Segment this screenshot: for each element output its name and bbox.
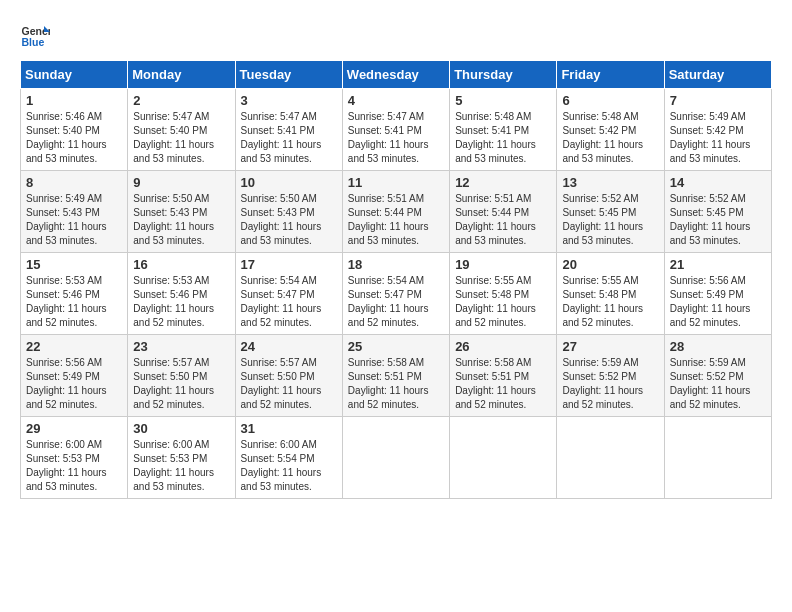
day-cell: 26 Sunrise: 5:58 AMSunset: 5:51 PMDaylig… [450,335,557,417]
day-cell: 8 Sunrise: 5:49 AMSunset: 5:43 PMDayligh… [21,171,128,253]
day-cell: 12 Sunrise: 5:51 AMSunset: 5:44 PMDaylig… [450,171,557,253]
day-cell: 15 Sunrise: 5:53 AMSunset: 5:46 PMDaylig… [21,253,128,335]
day-info: Sunrise: 5:53 AMSunset: 5:46 PMDaylight:… [26,275,107,328]
day-number: 27 [562,339,658,354]
day-number: 7 [670,93,766,108]
day-number: 19 [455,257,551,272]
day-cell: 29 Sunrise: 6:00 AMSunset: 5:53 PMDaylig… [21,417,128,499]
day-number: 9 [133,175,229,190]
day-number: 3 [241,93,337,108]
day-number: 22 [26,339,122,354]
week-row-4: 22 Sunrise: 5:56 AMSunset: 5:49 PMDaylig… [21,335,772,417]
day-info: Sunrise: 5:51 AMSunset: 5:44 PMDaylight:… [348,193,429,246]
day-info: Sunrise: 5:47 AMSunset: 5:40 PMDaylight:… [133,111,214,164]
day-info: Sunrise: 5:47 AMSunset: 5:41 PMDaylight:… [241,111,322,164]
day-number: 31 [241,421,337,436]
day-number: 14 [670,175,766,190]
calendar: SundayMondayTuesdayWednesdayThursdayFrid… [20,60,772,499]
day-cell: 30 Sunrise: 6:00 AMSunset: 5:53 PMDaylig… [128,417,235,499]
week-row-3: 15 Sunrise: 5:53 AMSunset: 5:46 PMDaylig… [21,253,772,335]
header-tuesday: Tuesday [235,61,342,89]
day-number: 20 [562,257,658,272]
day-info: Sunrise: 5:52 AMSunset: 5:45 PMDaylight:… [670,193,751,246]
day-info: Sunrise: 5:56 AMSunset: 5:49 PMDaylight:… [26,357,107,410]
week-row-1: 1 Sunrise: 5:46 AMSunset: 5:40 PMDayligh… [21,89,772,171]
day-cell: 19 Sunrise: 5:55 AMSunset: 5:48 PMDaylig… [450,253,557,335]
day-cell: 24 Sunrise: 5:57 AMSunset: 5:50 PMDaylig… [235,335,342,417]
header-friday: Friday [557,61,664,89]
day-number: 24 [241,339,337,354]
day-info: Sunrise: 5:57 AMSunset: 5:50 PMDaylight:… [133,357,214,410]
day-cell [557,417,664,499]
day-number: 30 [133,421,229,436]
day-cell: 18 Sunrise: 5:54 AMSunset: 5:47 PMDaylig… [342,253,449,335]
week-row-2: 8 Sunrise: 5:49 AMSunset: 5:43 PMDayligh… [21,171,772,253]
day-number: 17 [241,257,337,272]
day-number: 5 [455,93,551,108]
day-cell: 13 Sunrise: 5:52 AMSunset: 5:45 PMDaylig… [557,171,664,253]
day-cell: 31 Sunrise: 6:00 AMSunset: 5:54 PMDaylig… [235,417,342,499]
day-number: 1 [26,93,122,108]
day-number: 25 [348,339,444,354]
day-number: 28 [670,339,766,354]
day-info: Sunrise: 5:59 AMSunset: 5:52 PMDaylight:… [670,357,751,410]
day-info: Sunrise: 6:00 AMSunset: 5:53 PMDaylight:… [133,439,214,492]
day-cell: 25 Sunrise: 5:58 AMSunset: 5:51 PMDaylig… [342,335,449,417]
day-number: 23 [133,339,229,354]
day-cell: 6 Sunrise: 5:48 AMSunset: 5:42 PMDayligh… [557,89,664,171]
logo: General Blue [20,20,54,50]
day-info: Sunrise: 5:48 AMSunset: 5:42 PMDaylight:… [562,111,643,164]
day-number: 10 [241,175,337,190]
day-info: Sunrise: 5:59 AMSunset: 5:52 PMDaylight:… [562,357,643,410]
day-number: 11 [348,175,444,190]
day-cell: 27 Sunrise: 5:59 AMSunset: 5:52 PMDaylig… [557,335,664,417]
day-cell: 21 Sunrise: 5:56 AMSunset: 5:49 PMDaylig… [664,253,771,335]
day-info: Sunrise: 5:50 AMSunset: 5:43 PMDaylight:… [133,193,214,246]
day-info: Sunrise: 5:49 AMSunset: 5:42 PMDaylight:… [670,111,751,164]
day-info: Sunrise: 5:50 AMSunset: 5:43 PMDaylight:… [241,193,322,246]
header-monday: Monday [128,61,235,89]
day-number: 16 [133,257,229,272]
day-info: Sunrise: 5:53 AMSunset: 5:46 PMDaylight:… [133,275,214,328]
svg-text:Blue: Blue [22,36,45,48]
day-cell: 16 Sunrise: 5:53 AMSunset: 5:46 PMDaylig… [128,253,235,335]
day-info: Sunrise: 5:47 AMSunset: 5:41 PMDaylight:… [348,111,429,164]
day-info: Sunrise: 5:48 AMSunset: 5:41 PMDaylight:… [455,111,536,164]
week-row-5: 29 Sunrise: 6:00 AMSunset: 5:53 PMDaylig… [21,417,772,499]
day-cell: 11 Sunrise: 5:51 AMSunset: 5:44 PMDaylig… [342,171,449,253]
calendar-header-row: SundayMondayTuesdayWednesdayThursdayFrid… [21,61,772,89]
day-info: Sunrise: 5:58 AMSunset: 5:51 PMDaylight:… [455,357,536,410]
day-number: 26 [455,339,551,354]
day-info: Sunrise: 5:57 AMSunset: 5:50 PMDaylight:… [241,357,322,410]
day-cell [342,417,449,499]
day-cell: 10 Sunrise: 5:50 AMSunset: 5:43 PMDaylig… [235,171,342,253]
day-cell: 3 Sunrise: 5:47 AMSunset: 5:41 PMDayligh… [235,89,342,171]
logo-icon: General Blue [20,20,50,50]
day-cell [664,417,771,499]
day-number: 8 [26,175,122,190]
day-info: Sunrise: 5:56 AMSunset: 5:49 PMDaylight:… [670,275,751,328]
day-cell: 17 Sunrise: 5:54 AMSunset: 5:47 PMDaylig… [235,253,342,335]
day-number: 21 [670,257,766,272]
day-info: Sunrise: 5:54 AMSunset: 5:47 PMDaylight:… [241,275,322,328]
day-info: Sunrise: 5:52 AMSunset: 5:45 PMDaylight:… [562,193,643,246]
day-number: 2 [133,93,229,108]
day-info: Sunrise: 5:51 AMSunset: 5:44 PMDaylight:… [455,193,536,246]
day-info: Sunrise: 5:49 AMSunset: 5:43 PMDaylight:… [26,193,107,246]
header-thursday: Thursday [450,61,557,89]
day-number: 4 [348,93,444,108]
day-cell [450,417,557,499]
day-number: 18 [348,257,444,272]
day-number: 29 [26,421,122,436]
day-cell: 28 Sunrise: 5:59 AMSunset: 5:52 PMDaylig… [664,335,771,417]
day-cell: 2 Sunrise: 5:47 AMSunset: 5:40 PMDayligh… [128,89,235,171]
day-number: 12 [455,175,551,190]
day-cell: 23 Sunrise: 5:57 AMSunset: 5:50 PMDaylig… [128,335,235,417]
day-number: 13 [562,175,658,190]
day-cell: 20 Sunrise: 5:55 AMSunset: 5:48 PMDaylig… [557,253,664,335]
day-info: Sunrise: 6:00 AMSunset: 5:54 PMDaylight:… [241,439,322,492]
header-wednesday: Wednesday [342,61,449,89]
day-cell: 4 Sunrise: 5:47 AMSunset: 5:41 PMDayligh… [342,89,449,171]
day-info: Sunrise: 6:00 AMSunset: 5:53 PMDaylight:… [26,439,107,492]
day-cell: 7 Sunrise: 5:49 AMSunset: 5:42 PMDayligh… [664,89,771,171]
